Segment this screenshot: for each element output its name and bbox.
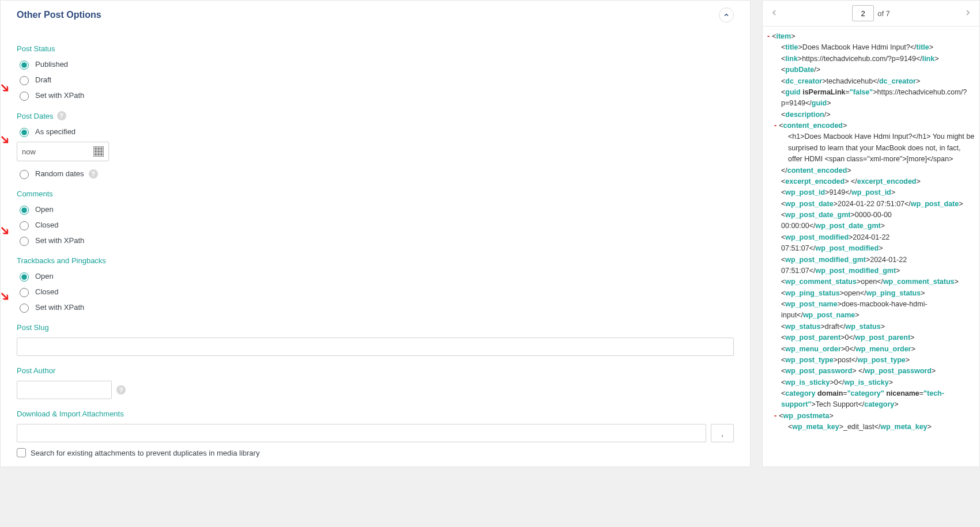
- chevron-right-icon: [963, 8, 973, 17]
- radio-as-specified[interactable]: As specified: [17, 126, 734, 137]
- chevron-up-icon: [723, 12, 730, 18]
- radio-tb-closed[interactable]: Closed: [17, 286, 734, 297]
- radio-random-dates[interactable]: Random dates?: [17, 168, 734, 179]
- section-post-slug: Post Slug: [17, 323, 734, 332]
- page-input[interactable]: [852, 5, 874, 21]
- collapse-button[interactable]: [719, 7, 734, 22]
- section-post-dates: Post Dates ?: [17, 111, 734, 120]
- radio-tb-open[interactable]: Open: [17, 271, 734, 282]
- dup-check-row[interactable]: Search for existing attachments to preve…: [17, 448, 734, 457]
- post-author-input[interactable]: [17, 381, 112, 399]
- attachments-input[interactable]: [17, 424, 706, 442]
- help-icon[interactable]: ?: [57, 111, 66, 120]
- chevron-left-icon: [770, 8, 779, 17]
- section-comments: Comments: [17, 189, 734, 198]
- collapse-icon[interactable]: -: [774, 122, 777, 130]
- main-panel: Other Post Options Post Status Published…: [0, 0, 751, 467]
- xml-preview[interactable]: -<item> <title>Does Macbook Have Hdmi In…: [763, 26, 979, 435]
- side-panel: of 7 -<item> <title>Does Macbook Have Hd…: [762, 0, 980, 467]
- panel-title: Other Post Options: [17, 10, 101, 20]
- section-post-status: Post Status: [17, 44, 734, 53]
- dup-checkbox[interactable]: [17, 448, 26, 457]
- date-input[interactable]: now: [17, 142, 109, 161]
- annotation-arrow: ➔: [0, 287, 14, 305]
- next-button[interactable]: [963, 8, 973, 19]
- prev-button[interactable]: [770, 8, 779, 19]
- radio-published[interactable]: Published: [17, 59, 734, 70]
- radio-comments-closed[interactable]: Closed: [17, 219, 734, 230]
- annotation-arrow: ➔: [0, 130, 14, 148]
- radio-comments-xpath[interactable]: Set with XPath: [17, 235, 734, 246]
- radio-comments-open[interactable]: Open: [17, 204, 734, 215]
- collapse-icon[interactable]: -: [774, 412, 777, 420]
- help-icon[interactable]: ?: [89, 169, 98, 179]
- section-post-author: Post Author: [17, 366, 734, 375]
- radio-set-xpath-status[interactable]: Set with XPath: [17, 90, 734, 101]
- annotation-arrow: ➔: [0, 78, 14, 96]
- page-of-label: of 7: [877, 9, 890, 18]
- annotation-arrow: ➔: [0, 221, 14, 239]
- calendar-icon[interactable]: [93, 146, 104, 157]
- section-attachments: Download & Import Attachments: [17, 410, 734, 418]
- radio-draft[interactable]: Draft: [17, 74, 734, 85]
- collapse-icon[interactable]: -: [767, 32, 770, 40]
- post-slug-input[interactable]: [17, 338, 734, 356]
- section-trackbacks: Trackbacks and Pingbacks: [17, 256, 734, 265]
- attachments-picker-button[interactable]: ,: [711, 424, 734, 442]
- radio-tb-xpath[interactable]: Set with XPath: [17, 302, 734, 313]
- help-icon[interactable]: ?: [116, 385, 126, 395]
